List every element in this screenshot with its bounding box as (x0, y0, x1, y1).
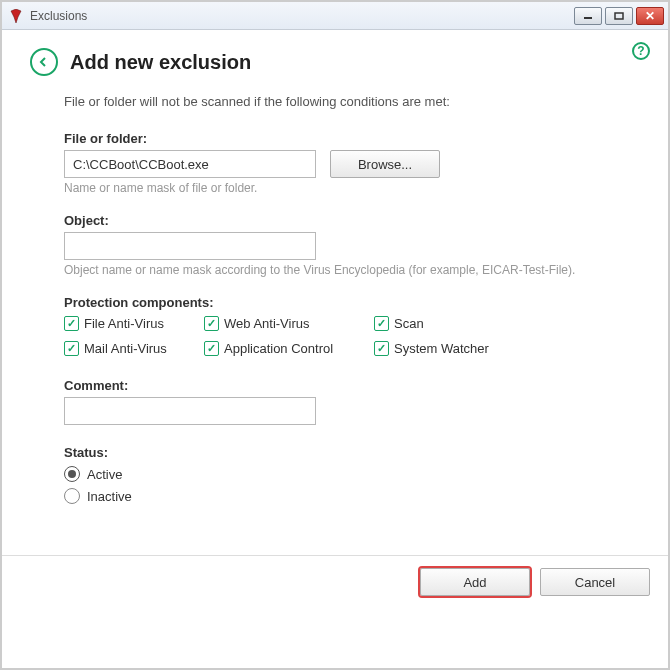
back-button[interactable] (30, 48, 58, 76)
checkbox-web-antivirus[interactable]: ✓Web Anti-Virus (204, 316, 374, 331)
cancel-button[interactable]: Cancel (540, 568, 650, 596)
minimize-button[interactable] (574, 7, 602, 25)
components-label: Protection components: (64, 295, 640, 310)
page-title: Add new exclusion (70, 51, 251, 74)
help-icon[interactable]: ? (632, 42, 650, 60)
checkbox-label: File Anti-Virus (84, 316, 164, 331)
add-button[interactable]: Add (420, 568, 530, 596)
status-label: Status: (64, 445, 640, 460)
comment-input[interactable] (64, 397, 316, 425)
checkbox-label: Mail Anti-Virus (84, 341, 167, 356)
checkbox-file-antivirus[interactable]: ✓File Anti-Virus (64, 316, 204, 331)
checkbox-label: Scan (394, 316, 424, 331)
radio-icon (64, 488, 80, 504)
radio-inactive[interactable]: Inactive (64, 488, 640, 504)
radio-label: Inactive (87, 489, 132, 504)
checkbox-system-watcher[interactable]: ✓System Watcher (374, 341, 534, 356)
file-path-input[interactable] (64, 150, 316, 178)
close-button[interactable]: ✕ (636, 7, 664, 25)
svg-rect-1 (615, 13, 623, 19)
app-icon (8, 8, 24, 24)
file-label: File or folder: (64, 131, 640, 146)
page-description: File or folder will not be scanned if th… (64, 94, 640, 109)
object-hint: Object name or name mask according to th… (64, 263, 640, 277)
titlebar: Exclusions ✕ (2, 2, 668, 30)
browse-button[interactable]: Browse... (330, 150, 440, 178)
checkbox-application-control[interactable]: ✓Application Control (204, 341, 374, 356)
object-input[interactable] (64, 232, 316, 260)
comment-label: Comment: (64, 378, 640, 393)
object-label: Object: (64, 213, 640, 228)
checkbox-mail-antivirus[interactable]: ✓Mail Anti-Virus (64, 341, 204, 356)
checkbox-label: Web Anti-Virus (224, 316, 310, 331)
checkbox-scan[interactable]: ✓Scan (374, 316, 534, 331)
dialog-footer: Add Cancel (2, 555, 668, 608)
checkbox-label: Application Control (224, 341, 333, 356)
window-title: Exclusions (30, 9, 574, 23)
radio-active[interactable]: Active (64, 466, 640, 482)
radio-icon (64, 466, 80, 482)
svg-rect-0 (584, 17, 592, 19)
checkbox-label: System Watcher (394, 341, 489, 356)
maximize-button[interactable] (605, 7, 633, 25)
file-hint: Name or name mask of file or folder. (64, 181, 640, 195)
radio-label: Active (87, 467, 122, 482)
